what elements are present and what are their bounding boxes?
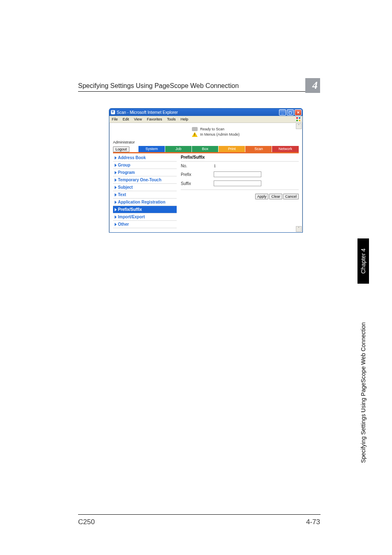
tab-box[interactable]: Box <box>192 146 219 152</box>
status-admin-mode-text: In Menus (Admin Mode) <box>200 132 240 136</box>
clear-button[interactable]: Clear <box>269 194 282 199</box>
suffix-input[interactable] <box>214 180 261 186</box>
chapter-square: 4 <box>305 78 320 93</box>
chapter-tab-black: Chapter 4 <box>357 238 369 284</box>
menu-edit[interactable]: Edit <box>123 117 129 121</box>
chapter-tab-black-label: Chapter 4 <box>360 248 367 273</box>
sidebar-item-label: Subject <box>118 185 133 190</box>
sidebar-item-program[interactable]: Program <box>113 169 177 176</box>
no-label: No. <box>181 164 214 168</box>
status-line-2: In Menus (Admin Mode) <box>110 131 302 140</box>
chapter-number: 4 <box>312 79 318 92</box>
sidebar-item-import-export[interactable]: Import/Export <box>113 213 177 221</box>
apply-button[interactable]: Apply <box>255 194 269 199</box>
administrator-label: Administrator <box>113 140 302 144</box>
form-row-prefix: Prefix <box>181 170 299 179</box>
prefix-label: Prefix <box>181 172 214 177</box>
triangle-icon <box>115 186 117 189</box>
button-row: Apply Clear Cancel <box>181 192 299 199</box>
footer-rule <box>78 514 321 515</box>
sidebar-item-temporary-one-touch[interactable]: Temporary One-Touch <box>113 176 177 184</box>
menu-view[interactable]: View <box>134 117 142 121</box>
ie-throbber-icon <box>295 116 301 122</box>
status-line-1: Ready to Scan <box>110 125 302 131</box>
menu-bar: File Edit View Favorites Tools Help <box>109 116 302 123</box>
form-row-suffix: Suffix <box>181 179 299 188</box>
window-title-bar: Scan - Microsoft Internet Explorer _ ▢ ✕ <box>109 109 302 116</box>
tabs-row: Logout System Job Box Print Scan Network <box>113 146 299 152</box>
sidebar-item-subject[interactable]: Subject <box>113 184 177 191</box>
sidebar-item-label: Application Registration <box>118 200 166 204</box>
sidebar-item-group[interactable]: Group <box>113 162 177 169</box>
window-content: ˄ ˅ Ready to Scan In Menus (Admin Mode) … <box>109 123 302 232</box>
window-title: Scan - Microsoft Internet Explorer <box>117 110 301 115</box>
triangle-icon <box>115 201 117 204</box>
sidebar-item-label: Text <box>118 192 126 197</box>
menu-favorites[interactable]: Favorites <box>147 117 162 121</box>
chapter-tab-text: Specifying Settings Using PageScope Web … <box>358 288 368 497</box>
body-columns: Address Book Group Program Temporary One… <box>113 154 299 228</box>
close-button[interactable]: ✕ <box>295 109 302 116</box>
menu-tools[interactable]: Tools <box>167 117 175 121</box>
prefix-input[interactable] <box>214 171 261 177</box>
logout-button[interactable]: Logout <box>113 146 129 152</box>
tab-job[interactable]: Job <box>165 146 192 152</box>
sidebar-item-other[interactable]: Other <box>113 221 177 228</box>
scroll-up-button[interactable]: ˄ <box>296 123 302 129</box>
tab-scan[interactable]: Scan <box>245 146 272 152</box>
sidebar-item-label: Temporary One-Touch <box>118 178 161 182</box>
triangle-icon <box>115 223 117 226</box>
triangle-icon <box>115 215 117 219</box>
triangle-icon <box>115 164 117 167</box>
sidebar-item-text[interactable]: Text <box>113 191 177 199</box>
browser-window: Scan - Microsoft Internet Explorer _ ▢ ✕… <box>109 108 303 233</box>
svg-rect-2 <box>299 117 300 119</box>
triangle-icon <box>115 193 117 197</box>
tab-print[interactable]: Print <box>219 146 245 152</box>
suffix-label: Suffix <box>181 181 214 186</box>
triangle-icon <box>115 178 117 182</box>
printer-icon <box>192 127 198 131</box>
chapter-tab-text-label: Specifying Settings Using PageScope Web … <box>360 322 367 463</box>
cancel-button[interactable]: Cancel <box>283 194 299 199</box>
svg-rect-1 <box>296 117 298 119</box>
footer-right: 4-73 <box>306 518 320 526</box>
sidebar-item-label: Address Book <box>118 155 146 160</box>
menu-file[interactable]: File <box>112 117 118 121</box>
triangle-icon <box>115 208 117 211</box>
sidebar-item-address-book[interactable]: Address Book <box>113 154 177 162</box>
ie-icon <box>111 110 115 114</box>
sidebar: Address Book Group Program Temporary One… <box>113 154 177 228</box>
tab-network[interactable]: Network <box>272 146 299 152</box>
warning-icon <box>192 132 198 137</box>
page-section-title: Specifying Settings Using PageScope Web … <box>78 82 239 90</box>
sidebar-item-label: Group <box>118 163 130 167</box>
active-tab-underline <box>113 152 299 153</box>
tab-system[interactable]: System <box>138 146 165 152</box>
header-rule <box>78 91 316 92</box>
form-divider <box>181 190 299 190</box>
maximize-button[interactable]: ▢ <box>287 109 294 116</box>
sidebar-item-label: Import/Export <box>118 215 145 219</box>
menu-help[interactable]: Help <box>180 117 188 121</box>
sidebar-item-label: Program <box>118 170 135 175</box>
sidebar-item-label: Prefix/Suffix <box>118 207 142 212</box>
sidebar-item-application-registration[interactable]: Application Registration <box>113 199 177 206</box>
triangle-icon <box>115 156 117 160</box>
main-panel: Prefix/Suffix No. 1 Prefix Suffix Apply … <box>181 154 299 228</box>
minimize-button[interactable]: _ <box>279 109 286 116</box>
svg-rect-4 <box>299 120 300 121</box>
status-ready-text: Ready to Scan <box>200 127 224 131</box>
scroll-down-button[interactable]: ˅ <box>296 226 302 232</box>
svg-rect-3 <box>296 120 298 121</box>
window-controls: _ ▢ ✕ <box>279 109 302 116</box>
triangle-icon <box>115 171 117 174</box>
main-heading: Prefix/Suffix <box>181 154 299 162</box>
sidebar-item-prefix-suffix[interactable]: Prefix/Suffix <box>113 206 177 213</box>
form-row-no: No. 1 <box>181 162 299 170</box>
footer-left: C250 <box>78 518 95 526</box>
no-value: 1 <box>214 163 216 168</box>
sidebar-item-label: Other <box>118 222 129 227</box>
